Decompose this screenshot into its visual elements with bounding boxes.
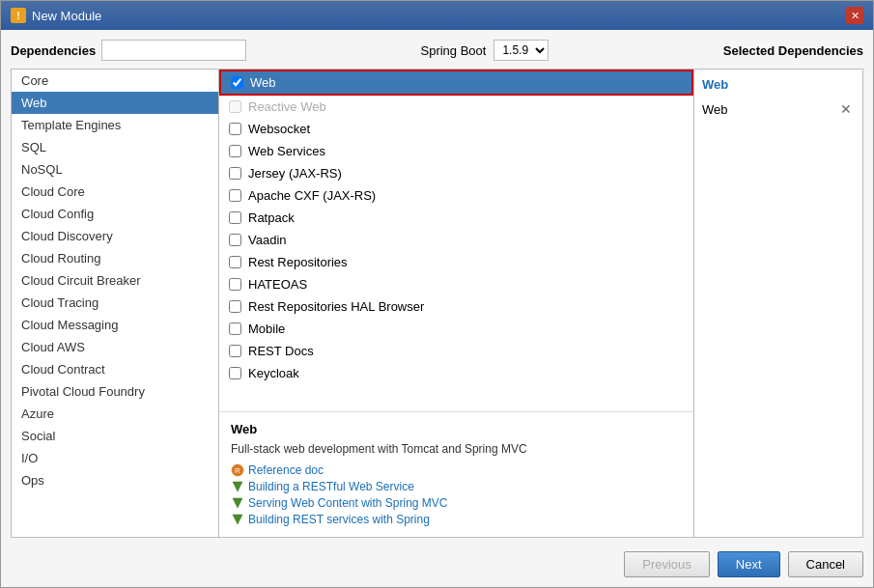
window-title: New Module	[32, 9, 101, 23]
spring-boot-select[interactable]: 1.5.9	[493, 40, 549, 61]
dep-item-apache-cxf[interactable]: Apache CXF (JAX-RS)	[219, 184, 693, 207]
dep-checkbox-reactive-web[interactable]	[229, 100, 241, 113]
dep-checkbox-web-services[interactable]	[229, 145, 241, 157]
dep-checkbox-keycloak[interactable]	[229, 367, 241, 379]
sidebar-item-cloud-aws[interactable]: Cloud AWS	[12, 336, 218, 358]
link-serve-web[interactable]: Serving Web Content with Spring MVC	[231, 496, 682, 510]
title-bar: ! New Module ✕	[1, 1, 873, 30]
sidebar-item-cloud-contract[interactable]: Cloud Contract	[12, 358, 218, 380]
sidebar-item-core[interactable]: Core	[12, 70, 218, 92]
link-ref-doc[interactable]: R Reference doc	[231, 463, 682, 477]
new-module-dialog: ! New Module ✕ Dependencies Spring Boot …	[0, 0, 874, 588]
desc-text: Full-stack web development with Tomcat a…	[231, 440, 682, 458]
dep-label-apache-cxf: Apache CXF (JAX-RS)	[248, 188, 376, 203]
guide-icon-2	[231, 496, 244, 510]
sidebar-item-cloud-core[interactable]: Cloud Core	[12, 181, 218, 203]
dep-label-ratpack: Ratpack	[248, 210, 295, 225]
right-section-title: Web	[702, 77, 855, 92]
dep-checkbox-mobile[interactable]	[229, 322, 241, 335]
deps-search-area: Dependencies	[11, 40, 246, 61]
dep-checkbox-rest-docs[interactable]	[229, 345, 241, 357]
sidebar-item-sql[interactable]: SQL	[12, 136, 218, 158]
sidebar-item-ops[interactable]: Ops	[12, 469, 218, 491]
dep-item-reactive-web[interactable]: Reactive Web	[219, 96, 693, 118]
dep-item-vaadin[interactable]: Vaadin	[219, 229, 693, 251]
svg-text:R: R	[235, 466, 240, 475]
selected-deps-title: Selected Dependencies	[723, 43, 863, 58]
panels-row: Core Web Template Engines SQL NoSQL Clou…	[11, 69, 863, 538]
top-bar: Dependencies Spring Boot 1.5.9 Selected …	[11, 40, 863, 61]
sidebar-item-cloud-messaging[interactable]: Cloud Messaging	[12, 314, 218, 336]
window-icon: !	[11, 8, 26, 23]
dep-label-mobile: Mobile	[248, 322, 285, 336]
sidebar-item-web[interactable]: Web	[12, 92, 218, 114]
right-dep-label-web: Web	[702, 102, 728, 117]
dep-label-rest-repos: Rest Repositories	[248, 255, 348, 269]
dep-label-vaadin: Vaadin	[248, 233, 287, 247]
dep-item-rest-repos-hal[interactable]: Rest Repositories HAL Browser	[219, 295, 693, 318]
sidebar-item-cloud-config[interactable]: Cloud Config	[12, 203, 218, 225]
dep-checkbox-rest-repos[interactable]	[229, 256, 241, 268]
previous-button[interactable]: Previous	[624, 551, 710, 577]
dep-label-rest-docs: REST Docs	[248, 344, 314, 358]
dep-label-web: Web	[250, 75, 276, 90]
sidebar-item-cloud-circuit-breaker[interactable]: Cloud Circuit Breaker	[12, 269, 218, 292]
sidebar-item-azure[interactable]: Azure	[12, 403, 218, 425]
link-build-restful[interactable]: Building a RESTful Web Service	[231, 480, 682, 493]
right-panel: Web Web ✕	[694, 69, 863, 538]
search-input[interactable]	[101, 40, 246, 61]
dep-item-mobile[interactable]: Mobile	[219, 318, 693, 340]
dep-label-websocket: Websocket	[248, 122, 310, 136]
guide-icon-1	[231, 480, 244, 493]
dep-checkbox-hateoas[interactable]	[229, 278, 241, 291]
left-panel: Core Web Template Engines SQL NoSQL Clou…	[11, 69, 218, 538]
dep-label-rest-repos-hal: Rest Repositories HAL Browser	[248, 299, 424, 314]
dep-item-jersey[interactable]: Jersey (JAX-RS)	[219, 162, 693, 184]
dep-checkbox-rest-repos-hal[interactable]	[229, 300, 241, 313]
dep-item-ratpack[interactable]: Ratpack	[219, 207, 693, 229]
dep-item-websocket[interactable]: Websocket	[219, 118, 693, 140]
dep-label-web-services: Web Services	[248, 144, 325, 158]
dep-checkbox-websocket[interactable]	[229, 123, 241, 135]
sidebar-item-cloud-discovery[interactable]: Cloud Discovery	[12, 225, 218, 247]
dep-checkbox-apache-cxf[interactable]	[229, 189, 241, 202]
dep-label-hateoas: HATEOAS	[248, 277, 307, 292]
link-build-rest[interactable]: Building REST services with Spring	[231, 513, 682, 526]
sidebar-item-cloud-tracing[interactable]: Cloud Tracing	[12, 292, 218, 314]
spring-boot-area: Spring Boot 1.5.9	[420, 40, 549, 61]
dep-checkbox-vaadin[interactable]	[229, 234, 241, 246]
remove-web-button[interactable]: ✕	[837, 101, 855, 117]
dep-item-hateoas[interactable]: HATEOAS	[219, 273, 693, 295]
dep-label-reactive-web: Reactive Web	[248, 99, 326, 114]
dep-checkbox-jersey[interactable]	[229, 167, 241, 180]
sidebar-item-nosql[interactable]: NoSQL	[12, 158, 218, 181]
right-dep-item-web: Web ✕	[702, 99, 855, 119]
dep-item-rest-docs[interactable]: REST Docs	[219, 340, 693, 362]
guide-icon-3	[231, 513, 244, 526]
bottom-bar: Previous Next Cancel	[11, 546, 863, 577]
dep-item-keycloak[interactable]: Keycloak	[219, 362, 693, 384]
close-button[interactable]: ✕	[846, 7, 863, 24]
spring-boot-label: Spring Boot	[420, 43, 486, 58]
dep-checkbox-ratpack[interactable]	[229, 211, 241, 224]
deps-list: Web Reactive Web Websocket Web Services	[219, 70, 693, 412]
dep-label-jersey: Jersey (JAX-RS)	[248, 166, 342, 181]
sidebar-item-social[interactable]: Social	[12, 425, 218, 447]
sidebar-item-cloud-routing[interactable]: Cloud Routing	[12, 247, 218, 269]
desc-title: Web	[231, 422, 682, 436]
middle-panel: Web Reactive Web Websocket Web Services	[218, 69, 694, 538]
sidebar-item-pivotal-cloud-foundry[interactable]: Pivotal Cloud Foundry	[12, 380, 218, 403]
cancel-button[interactable]: Cancel	[788, 551, 863, 577]
doc-icon: R	[231, 463, 244, 477]
title-bar-left: ! New Module	[11, 8, 101, 23]
dep-item-web-services[interactable]: Web Services	[219, 140, 693, 162]
deps-label: Dependencies	[11, 43, 96, 58]
next-button[interactable]: Next	[718, 551, 780, 577]
sidebar-item-io[interactable]: I/O	[12, 447, 218, 469]
dep-item-rest-repos[interactable]: Rest Repositories	[219, 251, 693, 273]
dep-checkbox-web[interactable]	[231, 76, 243, 89]
sidebar-item-template-engines[interactable]: Template Engines	[12, 114, 218, 136]
main-content: Dependencies Spring Boot 1.5.9 Selected …	[1, 30, 873, 587]
checked-box-wrap: Web	[219, 70, 693, 96]
dep-item-web[interactable]: Web	[221, 71, 691, 94]
